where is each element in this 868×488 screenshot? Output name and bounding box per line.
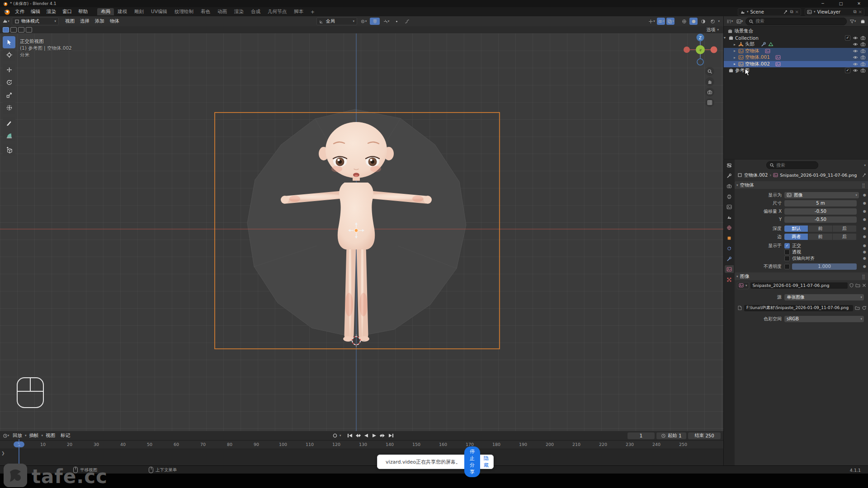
- select-mode-subtract-button[interactable]: [18, 27, 24, 33]
- navigation-gizmo[interactable]: Z -Y: [682, 33, 722, 66]
- menu-file[interactable]: 文件: [12, 9, 28, 15]
- outliner-row-empty-1[interactable]: ▸ 空物体: [724, 48, 868, 55]
- image-browse-dropdown[interactable]: ▾: [737, 282, 749, 289]
- eye-icon[interactable]: [853, 35, 858, 41]
- shading-solid-button[interactable]: [689, 18, 698, 25]
- frame-end-field[interactable]: 结束250: [688, 432, 721, 439]
- tab-texture[interactable]: [725, 276, 734, 283]
- show-gizmo-dropdown[interactable]: ▾: [647, 18, 656, 25]
- zoom-view-button[interactable]: [705, 67, 714, 76]
- editor-type-selector[interactable]: ▾: [2, 18, 10, 25]
- menu-select[interactable]: 选择: [77, 18, 92, 24]
- menu-view[interactable]: 视图: [62, 18, 77, 24]
- offset-y-field[interactable]: -0.50: [784, 216, 857, 223]
- camera-visibility-icon[interactable]: [860, 61, 866, 67]
- minimize-button[interactable]: ─: [814, 0, 832, 7]
- opacity-slider[interactable]: 1.000: [792, 263, 857, 270]
- workspace-tab-sculpting[interactable]: 雕刻: [131, 8, 147, 15]
- jump-to-end-button[interactable]: [387, 433, 394, 439]
- maximize-button[interactable]: □: [832, 0, 850, 7]
- eye-icon[interactable]: [853, 61, 858, 67]
- workspace-tab-layout[interactable]: 布局: [97, 8, 114, 15]
- pin-icon[interactable]: [862, 173, 867, 178]
- open-image-folder-icon[interactable]: [855, 283, 860, 288]
- viewlayer-selector[interactable]: ▾ ViewLayer ⧉ ✕: [805, 8, 864, 16]
- select-mode-new-button[interactable]: [3, 27, 9, 33]
- tab-constraints[interactable]: [725, 255, 734, 263]
- eye-icon[interactable]: [853, 55, 858, 60]
- menu-render[interactable]: 渲染: [43, 9, 59, 15]
- next-keyframe-button[interactable]: [379, 433, 386, 439]
- side-front-button[interactable]: 前: [808, 234, 832, 240]
- transform-orientation-dropdown[interactable]: 全局▾: [316, 17, 357, 25]
- xray-toggle[interactable]: ▾: [666, 18, 675, 25]
- delete-viewlayer-icon[interactable]: ✕: [859, 9, 862, 14]
- camera-visibility-icon[interactable]: [860, 68, 866, 73]
- toggle-ortho-button[interactable]: [705, 98, 714, 107]
- workspace-tab-rendering[interactable]: 渲染: [231, 8, 247, 15]
- measure-tool[interactable]: [3, 129, 15, 141]
- depth-front-button[interactable]: 前: [808, 225, 832, 232]
- persp-checkbox[interactable]: [784, 249, 790, 255]
- properties-editor-selector[interactable]: [725, 161, 734, 169]
- side-both-button[interactable]: 两者: [784, 234, 808, 240]
- properties-search-input[interactable]: 搜索: [766, 161, 818, 169]
- filepath-field[interactable]: F:\luna\IP\素材\Snipaste_2026-01-09_11-07-…: [744, 305, 853, 311]
- timeline-ruler[interactable]: 1 10203040506070809010011012013014015016…: [0, 441, 723, 449]
- image-name-field[interactable]: Snipaste_2026-01-09_11-07-06.png: [750, 282, 848, 289]
- eye-icon[interactable]: [853, 48, 858, 54]
- workspace-tab-scripting[interactable]: 脚本: [290, 8, 307, 15]
- workspace-tab-modeling[interactable]: 建模: [114, 8, 131, 15]
- timeline-menu-markers[interactable]: 标记: [58, 432, 73, 439]
- pin-icon[interactable]: [783, 9, 788, 14]
- workspace-tab-shading[interactable]: 着色: [197, 8, 214, 15]
- size-field[interactable]: 5 m: [784, 200, 857, 206]
- snap-toggle[interactable]: [370, 18, 380, 25]
- camera-visibility-icon[interactable]: [860, 48, 866, 54]
- colorspace-dropdown[interactable]: sRGB▾: [784, 316, 864, 322]
- select-mode-intersect-button[interactable]: [26, 27, 32, 33]
- tab-object[interactable]: [725, 234, 734, 242]
- select-box-tool[interactable]: [3, 36, 15, 48]
- expander-icon[interactable]: ▾: [724, 36, 728, 40]
- ortho-checkbox[interactable]: ✓: [784, 243, 790, 249]
- annotate-tool[interactable]: [3, 117, 15, 129]
- show-overlays-dropdown[interactable]: ▾: [657, 18, 665, 25]
- blender-menu-icon[interactable]: [4, 9, 10, 15]
- stop-sharing-button[interactable]: 停止分享: [464, 446, 480, 477]
- move-tool[interactable]: [3, 64, 15, 76]
- shading-dropdown[interactable]: ▾: [718, 19, 720, 23]
- workspace-tab-animation[interactable]: 动画: [214, 8, 231, 15]
- tool-options-dropdown[interactable]: 选项: [706, 27, 715, 33]
- pivot-point-dropdown[interactable]: ▾: [359, 18, 368, 25]
- display-as-dropdown[interactable]: 图像 ▾: [784, 192, 859, 198]
- current-frame-field[interactable]: 1: [627, 432, 655, 439]
- snap-target-dropdown[interactable]: ▾: [382, 18, 390, 25]
- hide-link[interactable]: 隐藏: [484, 455, 489, 469]
- timeline-body[interactable]: ❯: [0, 449, 723, 466]
- menu-window[interactable]: 窗口: [59, 9, 75, 15]
- playhead-line[interactable]: [19, 439, 19, 465]
- collection-checkbox[interactable]: ✓: [845, 68, 850, 73]
- workspace-tab-uv[interactable]: UV编辑: [147, 8, 171, 15]
- camera-visibility-icon[interactable]: [860, 42, 866, 47]
- play-reverse-button[interactable]: [363, 433, 370, 439]
- close-button[interactable]: ✕: [850, 0, 868, 7]
- mode-selector[interactable]: 物体模式▾: [12, 17, 59, 25]
- unlink-image-icon[interactable]: [862, 283, 867, 288]
- cursor-tool[interactable]: [3, 49, 15, 61]
- eye-icon[interactable]: [853, 68, 858, 73]
- menu-edit[interactable]: 编辑: [28, 9, 43, 15]
- rotate-tool[interactable]: [3, 76, 15, 89]
- menu-help[interactable]: 帮助: [75, 9, 91, 15]
- camera-view-button[interactable]: [705, 88, 714, 97]
- collection-checkbox[interactable]: ✓: [845, 35, 850, 41]
- timeline-expand-chevron[interactable]: ❯: [1, 451, 5, 455]
- workspace-tab-add[interactable]: +: [307, 9, 318, 15]
- tab-world[interactable]: [725, 224, 734, 231]
- scale-tool[interactable]: [3, 89, 15, 101]
- expander-icon[interactable]: ▸: [734, 56, 738, 60]
- new-scene-icon[interactable]: ⧉: [790, 9, 793, 14]
- reload-image-icon[interactable]: [862, 305, 867, 310]
- tab-object-data[interactable]: [725, 265, 734, 273]
